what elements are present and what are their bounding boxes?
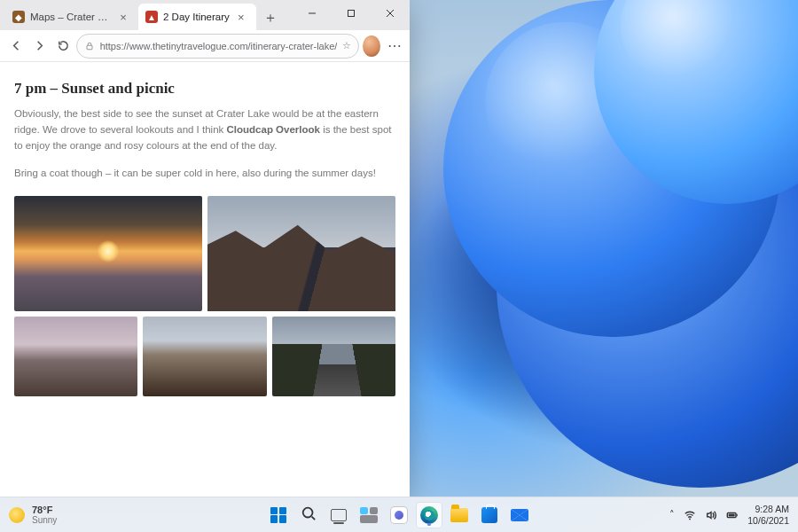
system-tray[interactable]: ˄ 9:28 AM 10/6/2021 [669,504,798,525]
article-paragraph: Bring a coat though – it can be super co… [14,166,395,182]
clock-time: 9:28 AM [747,504,789,514]
taskbar-center [266,503,532,528]
svg-rect-9 [737,513,738,516]
edge-taskbar-button[interactable] [417,503,442,528]
tab-close-icon[interactable]: × [117,11,129,23]
svg-rect-10 [729,513,735,516]
widgets-icon [360,507,378,523]
photo-panorama-2[interactable] [143,317,266,396]
store-icon [481,507,497,523]
svg-point-5 [303,507,313,517]
photo-panorama-3[interactable] [272,317,395,396]
microsoft-store-button[interactable] [477,503,502,528]
photo-panorama-1[interactable] [14,317,137,396]
tab-label: 2 Day Itinerary [163,12,230,22]
edge-icon [420,506,438,524]
folder-icon [450,508,468,522]
close-window-button[interactable] [371,0,410,27]
weather-sun-icon [9,507,25,523]
tab-close-icon[interactable]: × [235,11,247,23]
maximize-button[interactable] [332,0,371,27]
clock[interactable]: 9:28 AM 10/6/2021 [747,504,789,525]
task-view-icon [331,509,347,521]
page-content: 7 pm – Sunset and picnic Obviously, the … [0,62,410,497]
photo-sunset[interactable] [14,196,202,311]
svg-point-7 [689,518,691,520]
start-button[interactable] [266,503,291,528]
photo-gallery [14,196,395,311]
weather-temp: 78°F [32,505,57,515]
tab-label: Maps – Crater Lake [30,12,112,22]
forward-button[interactable] [29,33,51,59]
refresh-button[interactable] [52,33,74,59]
weather-widget[interactable]: 78°F Sunny [0,505,57,525]
battery-icon[interactable] [726,509,739,521]
svg-line-6 [312,516,316,520]
chat-icon [391,507,407,523]
wallpaper-bloom [372,0,798,505]
widgets-button[interactable] [356,503,381,528]
article-paragraph: Obviously, the best side to see the suns… [14,106,395,153]
new-tab-button[interactable]: ＋ [258,5,283,30]
more-menu-button[interactable]: ⋯ [384,37,404,54]
favicon-itinerary: ▲ [145,11,158,23]
back-button[interactable] [5,33,27,59]
file-explorer-button[interactable] [447,503,472,528]
tab-itinerary[interactable]: ▲ 2 Day Itinerary × [138,4,256,30]
favorite-icon[interactable]: ☆ [342,40,351,51]
profile-avatar[interactable] [363,35,380,57]
photo-ridge[interactable] [207,196,395,311]
svg-rect-1 [348,11,355,17]
browser-window: ◆ Maps – Crater Lake × ▲ 2 Day Itinerary… [0,0,410,497]
search-button[interactable] [296,503,321,528]
browser-toolbar: https://www.thetinytravelogue.com/itiner… [0,30,410,62]
photo-gallery-row2 [14,317,395,396]
search-icon [301,505,317,525]
address-url: https://www.thetinytravelogue.com/itiner… [100,41,338,51]
address-bar[interactable]: https://www.thetinytravelogue.com/itiner… [76,34,360,59]
window-caption-buttons [293,0,410,30]
windows-logo-icon [270,507,286,523]
favicon-maps: ◆ [12,11,25,23]
weather-condition: Sunny [32,515,57,525]
wifi-icon[interactable] [684,509,696,521]
tab-maps[interactable]: ◆ Maps – Crater Lake × [5,4,138,30]
lock-icon [84,41,95,51]
text-bold: Cloudcap Overlook [227,124,320,135]
task-view-button[interactable] [326,503,351,528]
tab-strip: ◆ Maps – Crater Lake × ▲ 2 Day Itinerary… [0,0,410,30]
volume-icon[interactable] [705,509,717,521]
taskbar: 78°F Sunny [0,497,798,532]
tray-overflow-icon[interactable]: ˄ [669,509,675,520]
svg-rect-4 [87,45,92,50]
clock-date: 10/6/2021 [747,515,789,526]
minimize-button[interactable] [293,0,332,27]
mail-button[interactable] [507,503,532,528]
mail-icon [511,509,528,521]
chat-button[interactable] [387,503,411,528]
article-heading: 7 pm – Sunset and picnic [14,80,395,98]
